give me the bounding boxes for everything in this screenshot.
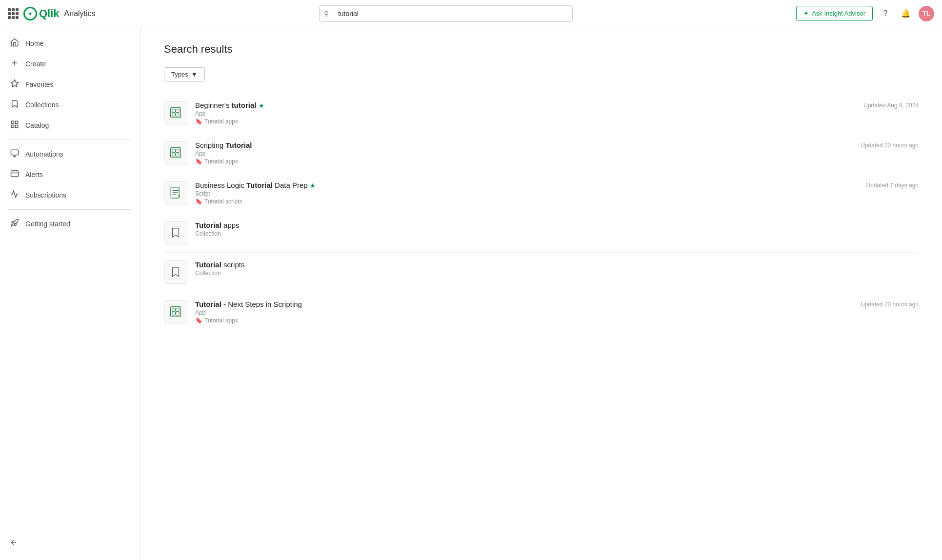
- result-type: App: [195, 309, 853, 316]
- result-meta: Updated 20 hours ago: [861, 141, 919, 149]
- svg-rect-32: [172, 312, 176, 316]
- search-bar: ⚲: [319, 5, 573, 22]
- sidebar-item-alerts-label: Alerts: [25, 171, 43, 179]
- sidebar-item-collections[interactable]: Collections: [0, 95, 140, 115]
- chevron-down-icon: ▼: [191, 71, 198, 78]
- svg-rect-7: [11, 150, 19, 155]
- rocket-icon: [10, 219, 20, 229]
- result-title-highlight: Tutorial: [246, 181, 273, 189]
- result-title-after: - Next Steps in Scripting: [221, 300, 302, 308]
- result-title-after: scripts: [221, 260, 245, 269]
- svg-rect-21: [172, 149, 176, 153]
- sidebar-divider-1: [8, 140, 132, 140]
- svg-rect-16: [172, 109, 176, 113]
- sidebar-item-getting-started-label: Getting started: [25, 220, 70, 228]
- result-meta: Updated 20 hours ago: [861, 300, 919, 308]
- result-icon-script: [164, 181, 187, 204]
- sidebar-item-create-label: Create: [25, 60, 46, 68]
- qlik-wordmark: Qlik: [39, 7, 60, 20]
- result-meta: Updated Aug 8, 2024: [863, 101, 919, 109]
- sidebar-item-automations[interactable]: Automations: [0, 144, 140, 164]
- sidebar-item-automations-label: Automations: [25, 150, 63, 158]
- result-content: Scripting Tutorial App 🔖 Tutorial apps: [195, 141, 853, 165]
- insight-advisor-button[interactable]: ✦ Ask Insight Advisor: [796, 6, 873, 21]
- qlik-logo-circle: [23, 7, 37, 20]
- result-item[interactable]: Business Logic Tutorial Data Prep ★ Scri…: [164, 173, 919, 213]
- search-icon: ⚲: [324, 10, 329, 18]
- sidebar-divider-2: [8, 209, 132, 210]
- sidebar-item-home[interactable]: Home: [0, 33, 140, 54]
- plus-icon: [10, 59, 20, 69]
- sparkle-icon: ✦: [803, 10, 809, 17]
- result-item[interactable]: Scripting Tutorial App 🔖 Tutorial apps U…: [164, 133, 919, 173]
- notifications-icon[interactable]: 🔔: [898, 6, 914, 21]
- collection-link-icon: 🔖: [195, 158, 202, 165]
- collection-link-icon: 🔖: [195, 317, 202, 324]
- sidebar-item-subscriptions[interactable]: Subscriptions: [0, 185, 140, 205]
- result-item[interactable]: Tutorial scripts Collection: [164, 253, 919, 292]
- result-title: Tutorial apps: [195, 221, 919, 229]
- automations-icon: [10, 149, 20, 160]
- result-title-highlight: Tutorial: [195, 221, 221, 229]
- result-item[interactable]: Beginner's tutorial ★ App 🔖 Tutorial app…: [164, 93, 919, 133]
- collapse-button[interactable]: [10, 535, 130, 550]
- collection-label: Tutorial apps: [204, 158, 238, 165]
- starred-icon: ★: [310, 182, 316, 189]
- grid-menu-icon[interactable]: [8, 8, 19, 19]
- subscriptions-icon: [10, 190, 20, 200]
- avatar[interactable]: TL: [919, 6, 934, 21]
- types-filter-button[interactable]: Types ▼: [164, 67, 205, 81]
- result-title: Tutorial - Next Steps in Scripting: [195, 300, 853, 308]
- insight-advisor-label: Ask Insight Advisor: [812, 10, 865, 17]
- result-title: Scripting Tutorial: [195, 141, 853, 149]
- result-icon-app: [164, 101, 187, 124]
- result-icon-collection: [164, 260, 187, 284]
- sidebar-item-alerts[interactable]: Alerts: [0, 164, 140, 185]
- svg-rect-4: [16, 121, 18, 123]
- sidebar-item-catalog[interactable]: Catalog: [0, 115, 140, 136]
- star-icon: [10, 79, 20, 90]
- help-icon[interactable]: ?: [878, 6, 893, 21]
- types-filter-label: Types: [171, 71, 188, 78]
- sidebar-item-favorites[interactable]: Favorites: [0, 74, 140, 95]
- qlik-logo[interactable]: Qlik: [23, 7, 60, 20]
- svg-rect-3: [11, 121, 14, 123]
- sidebar-bottom: [0, 531, 140, 554]
- svg-marker-2: [11, 80, 19, 87]
- svg-rect-25: [171, 187, 179, 198]
- sidebar-item-subscriptions-label: Subscriptions: [25, 191, 66, 199]
- result-collection: 🔖 Tutorial scripts: [195, 198, 859, 205]
- svg-rect-18: [172, 113, 176, 117]
- sidebar-item-home-label: Home: [25, 40, 43, 47]
- sidebar-item-create[interactable]: Create: [0, 54, 140, 74]
- collection-label: Tutorial apps: [204, 317, 238, 324]
- sidebar-item-getting-started[interactable]: Getting started: [0, 214, 140, 234]
- layout: Home Create Favorites Collections: [0, 27, 942, 560]
- collection-link-icon: 🔖: [195, 198, 202, 205]
- svg-rect-5: [11, 125, 14, 128]
- result-icon-app: [164, 300, 187, 323]
- results-list: Beginner's tutorial ★ App 🔖 Tutorial app…: [164, 93, 919, 332]
- result-type: Collection: [195, 230, 919, 237]
- svg-rect-10: [11, 171, 19, 177]
- result-collection: 🔖 Tutorial apps: [195, 158, 853, 165]
- collection-label: Tutorial apps: [204, 118, 238, 125]
- result-title-before: Beginner's: [195, 101, 232, 109]
- result-item[interactable]: Tutorial apps Collection: [164, 213, 919, 253]
- result-title-highlight: Tutorial: [195, 300, 221, 308]
- collection-link-icon: 🔖: [195, 118, 202, 125]
- svg-rect-17: [176, 109, 180, 113]
- result-content: Tutorial - Next Steps in Scripting App 🔖…: [195, 300, 853, 324]
- page-title: Search results: [164, 43, 919, 56]
- topbar: Qlik Analytics ⚲ ✦ Ask Insight Advisor ?…: [0, 0, 942, 27]
- filter-bar: Types ▼: [164, 67, 919, 81]
- result-title-highlight: Tutorial: [195, 260, 221, 269]
- topbar-right: ✦ Ask Insight Advisor ? 🔔 TL: [796, 6, 934, 21]
- svg-rect-31: [176, 308, 180, 312]
- search-input[interactable]: [319, 5, 573, 22]
- result-item[interactable]: Tutorial - Next Steps in Scripting App 🔖…: [164, 292, 919, 332]
- starred-icon: ★: [259, 102, 264, 109]
- result-type: App: [195, 110, 856, 117]
- home-icon: [10, 38, 20, 49]
- result-title-highlight: Tutorial: [226, 141, 252, 149]
